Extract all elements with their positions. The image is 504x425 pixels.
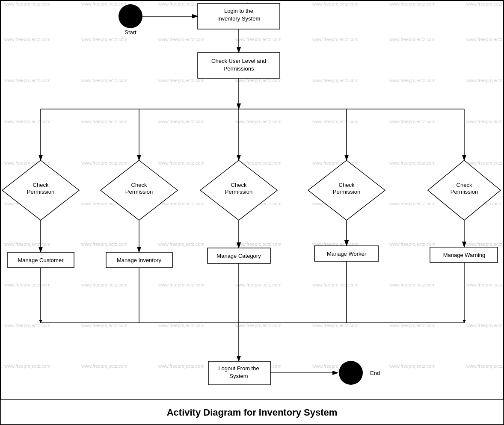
svg-text:www.freeprojectz.com: www.freeprojectz.com [389, 363, 436, 369]
manage-worker-text: Manage Worker [327, 251, 367, 257]
manage-warning-text: Manage Warning [443, 252, 486, 258]
svg-text:www.freeprojectz.com: www.freeprojectz.com [312, 78, 359, 83]
svg-text:www.freeprojectz.com: www.freeprojectz.com [389, 37, 436, 42]
diamond4-text1: Check [339, 182, 355, 188]
svg-text:www.freeprojectz.com: www.freeprojectz.com [466, 242, 504, 247]
arrow-left-merge [39, 320, 42, 323]
svg-text:www.freeprojectz.com: www.freeprojectz.com [81, 363, 127, 369]
svg-text:www.freeprojectz.com: www.freeprojectz.com [81, 78, 127, 83]
svg-text:www.freeprojectz.com: www.freeprojectz.com [389, 1, 436, 6]
diamond2-text1: Check [131, 182, 147, 188]
svg-text:www.freeprojectz.com: www.freeprojectz.com [158, 242, 205, 247]
login-text-1: Login to the [224, 8, 253, 14]
svg-text:www.freeprojectz.com: www.freeprojectz.com [81, 323, 127, 328]
svg-text:www.freeprojectz.com: www.freeprojectz.com [4, 323, 50, 328]
diamond4-text2: Permission [333, 189, 360, 195]
logout-text-2: System [229, 373, 248, 379]
diagram-container: www.freeprojectz.com www.freeprojectz.co… [0, 0, 504, 425]
manage-category-text: Manage Category [216, 253, 261, 259]
svg-text:www.freeprojectz.com: www.freeprojectz.com [235, 242, 282, 247]
svg-text:www.freeprojectz.com: www.freeprojectz.com [466, 323, 504, 328]
svg-text:www.freeprojectz.com: www.freeprojectz.com [81, 1, 127, 6]
svg-text:www.freeprojectz.com: www.freeprojectz.com [389, 242, 436, 247]
check-user-text-1: Check User Level and [211, 58, 266, 64]
svg-text:www.freeprojectz.com: www.freeprojectz.com [312, 282, 359, 287]
svg-text:www.freeprojectz.com: www.freeprojectz.com [81, 37, 127, 42]
activity-diagram: www.freeprojectz.com www.freeprojectz.co… [0, 0, 504, 425]
diamond5-text2: Permission [451, 189, 478, 195]
diamond5-text1: Check [457, 182, 472, 188]
svg-text:www.freeprojectz.com: www.freeprojectz.com [466, 160, 504, 165]
arrow-right-merge [462, 320, 466, 323]
diamond3-text1: Check [231, 182, 247, 188]
svg-text:www.freeprojectz.com: www.freeprojectz.com [4, 282, 50, 287]
svg-text:www.freeprojectz.com: www.freeprojectz.com [389, 201, 436, 206]
end-label: End [370, 370, 380, 376]
svg-text:www.freeprojectz.com: www.freeprojectz.com [81, 282, 127, 287]
svg-text:www.freeprojectz.com: www.freeprojectz.com [389, 323, 436, 328]
svg-text:www.freeprojectz.com: www.freeprojectz.com [4, 78, 50, 83]
login-text-2: Inventory System [217, 15, 260, 22]
svg-text:www.freeprojectz.com: www.freeprojectz.com [389, 160, 436, 165]
check-user-text-2: Permissions [224, 65, 254, 72]
diagram-title: Activity Diagram for Inventory System [167, 407, 338, 418]
svg-text:www.freeprojectz.com: www.freeprojectz.com [466, 1, 504, 6]
svg-text:www.freeprojectz.com: www.freeprojectz.com [4, 1, 50, 6]
svg-text:www.freeprojectz.com: www.freeprojectz.com [389, 119, 436, 124]
start-circle [119, 4, 142, 28]
svg-text:www.freeprojectz.com: www.freeprojectz.com [81, 242, 127, 247]
end-circle [339, 361, 363, 385]
svg-text:www.freeprojectz.com: www.freeprojectz.com [4, 242, 50, 247]
start-label: Start [125, 29, 136, 35]
svg-text:www.freeprojectz.com: www.freeprojectz.com [235, 282, 282, 287]
svg-text:www.freeprojectz.com: www.freeprojectz.com [235, 323, 282, 328]
svg-text:www.freeprojectz.com: www.freeprojectz.com [466, 37, 504, 42]
diamond1-text2: Permission [27, 189, 54, 195]
svg-text:www.freeprojectz.com: www.freeprojectz.com [158, 323, 205, 328]
diamond2-text2: Permission [125, 189, 153, 195]
svg-text:www.freeprojectz.com: www.freeprojectz.com [312, 119, 359, 124]
logout-text-1: Logout From the [218, 365, 259, 372]
svg-text:www.freeprojectz.com: www.freeprojectz.com [158, 282, 205, 287]
svg-text:www.freeprojectz.com: www.freeprojectz.com [466, 282, 504, 287]
svg-text:www.freeprojectz.com: www.freeprojectz.com [158, 78, 205, 83]
diamond3-text2: Permission [225, 189, 252, 195]
svg-text:www.freeprojectz.com: www.freeprojectz.com [81, 160, 127, 165]
manage-customer-text: Manage Customer [18, 257, 64, 263]
svg-text:www.freeprojectz.com: www.freeprojectz.com [235, 119, 282, 124]
svg-text:www.freeprojectz.com: www.freeprojectz.com [389, 282, 436, 287]
svg-text:www.freeprojectz.com: www.freeprojectz.com [235, 37, 282, 42]
svg-text:www.freeprojectz.com: www.freeprojectz.com [158, 363, 205, 369]
svg-text:www.freeprojectz.com: www.freeprojectz.com [158, 201, 205, 206]
svg-text:www.freeprojectz.com: www.freeprojectz.com [158, 119, 205, 124]
svg-text:www.freeprojectz.com: www.freeprojectz.com [4, 37, 50, 42]
svg-text:www.freeprojectz.com: www.freeprojectz.com [389, 78, 436, 83]
svg-text:www.freeprojectz.com: www.freeprojectz.com [312, 37, 359, 42]
svg-text:www.freeprojectz.com: www.freeprojectz.com [466, 78, 504, 83]
svg-text:www.freeprojectz.com: www.freeprojectz.com [81, 119, 127, 124]
svg-text:www.freeprojectz.com: www.freeprojectz.com [158, 37, 205, 42]
manage-inventory-text: Manage Inventory [117, 257, 162, 263]
diamond1-text1: Check [33, 182, 49, 188]
svg-text:www.freeprojectz.com: www.freeprojectz.com [4, 363, 50, 369]
svg-text:www.freeprojectz.com: www.freeprojectz.com [4, 119, 50, 124]
svg-text:www.freeprojectz.com: www.freeprojectz.com [312, 1, 359, 6]
svg-text:www.freeprojectz.com: www.freeprojectz.com [158, 160, 205, 165]
svg-text:www.freeprojectz.com: www.freeprojectz.com [312, 323, 359, 328]
svg-text:www.freeprojectz.com: www.freeprojectz.com [235, 78, 282, 83]
svg-text:www.freeprojectz.com: www.freeprojectz.com [466, 363, 504, 369]
svg-text:www.freeprojectz.com: www.freeprojectz.com [466, 119, 504, 124]
